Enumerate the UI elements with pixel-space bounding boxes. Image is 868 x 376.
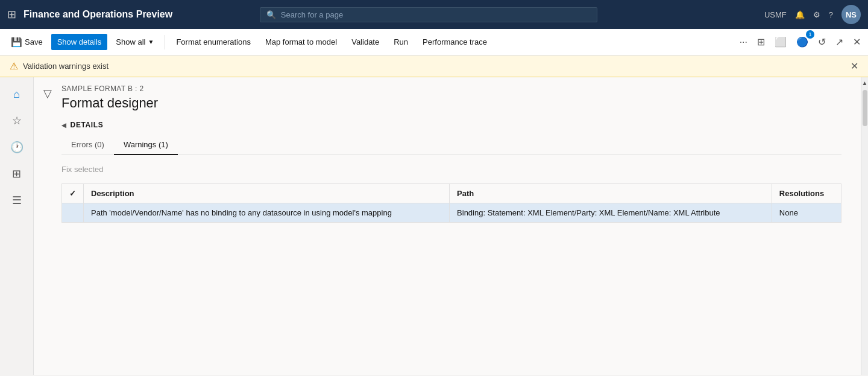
content-main: SAMPLE FORMAT B : 2 Format designer ◀ DE…: [52, 84, 851, 232]
warning-icon: ⚠: [10, 60, 18, 72]
row-check: [62, 203, 84, 223]
map-format-to-model-button[interactable]: Map format to model: [259, 34, 343, 50]
performance-trace-button[interactable]: Performance trace: [417, 34, 493, 50]
map-format-to-model-label: Map format to model: [265, 37, 337, 46]
row-description: Path 'model/Vendor/Name' has no binding …: [84, 203, 450, 223]
tabs-container: Errors (0) Warnings (1): [61, 135, 841, 155]
show-all-button[interactable]: Show all ▼: [110, 34, 160, 50]
avatar[interactable]: NS: [841, 5, 861, 24]
open-icon[interactable]: ↗: [833, 34, 846, 50]
details-header[interactable]: ◀ DETAILS: [61, 121, 841, 129]
show-details-label: Show details: [57, 37, 102, 46]
collapse-icon[interactable]: ⬜: [772, 34, 789, 50]
tab-errors[interactable]: Errors (0): [61, 135, 114, 155]
toolbar-separator-1: [165, 35, 165, 49]
details-label: DETAILS: [71, 121, 104, 129]
grid-icon[interactable]: ⊞: [7, 8, 16, 21]
sidebar-favorites-icon[interactable]: ☆: [5, 109, 29, 133]
layout-icon[interactable]: ⊞: [755, 34, 767, 50]
scrollbar-thumb[interactable]: [863, 90, 867, 126]
col-resolutions: Resolutions: [772, 184, 841, 203]
save-icon: 💾: [11, 37, 22, 48]
format-enumerations-label: Format enumerations: [176, 37, 251, 46]
toolbar-right-icons: ··· ⊞ ⬜ 🔵 1 ↺ ↗ ✕: [737, 34, 863, 50]
page-title: Format designer: [61, 95, 841, 111]
row-path: Binding: Statement: XML Element/Party: X…: [450, 203, 772, 223]
row-resolutions: None: [772, 203, 841, 223]
main-layout: ⌂ ☆ 🕐 ⊞ ☰ ▽ SAMPLE FORMAT B : 2 Format d…: [0, 77, 868, 375]
badge-icon[interactable]: 🔵 1: [794, 34, 811, 50]
fix-selected-button: Fix selected: [61, 162, 103, 176]
table-row[interactable]: Path 'model/Vendor/Name' has no binding …: [62, 203, 841, 223]
scroll-up-arrow[interactable]: ▲: [861, 78, 868, 88]
warning-close-button[interactable]: ✕: [851, 60, 858, 72]
validate-button[interactable]: Validate: [345, 34, 385, 50]
topbar-right: USMF 🔔 ⚙ ? NS: [764, 5, 861, 24]
filter-icon[interactable]: ▽: [43, 87, 52, 100]
warning-text: Validation warnings exist: [23, 62, 108, 71]
search-input[interactable]: [281, 10, 591, 19]
sidebar-recent-icon[interactable]: 🕐: [5, 135, 29, 159]
warnings-table: ✓ Description Path Resolutions Path 'mod…: [61, 183, 841, 223]
left-sidebar: ⌂ ☆ 🕐 ⊞ ☰: [0, 77, 34, 375]
more-icon[interactable]: ···: [737, 34, 750, 50]
format-enumerations-button[interactable]: Format enumerations: [170, 34, 257, 50]
details-section: ◀ DETAILS Errors (0) Warnings (1) Fix se…: [61, 121, 841, 223]
tab-warnings[interactable]: Warnings (1): [114, 135, 178, 155]
sidebar-home-icon[interactable]: ⌂: [5, 82, 29, 106]
show-all-label: Show all: [116, 37, 145, 46]
chevron-down-icon: ▼: [148, 39, 154, 45]
settings-icon[interactable]: ⚙: [813, 10, 820, 19]
content-top-row: ▽ SAMPLE FORMAT B : 2 Format designer ◀ …: [34, 77, 861, 232]
toolbar: 💾 Save Show details Show all ▼ Format en…: [0, 29, 868, 56]
refresh-icon[interactable]: ↺: [816, 34, 828, 50]
col-path: Path: [450, 184, 772, 203]
col-description: Description: [84, 184, 450, 203]
save-button[interactable]: 💾 Save: [5, 33, 49, 51]
show-details-button[interactable]: Show details: [51, 34, 108, 50]
check-icon: ✓: [69, 189, 76, 198]
notification-icon[interactable]: 🔔: [795, 10, 805, 19]
validate-label: Validate: [351, 37, 379, 46]
collapse-arrow-icon: ◀: [61, 122, 67, 129]
content-area: ▽ SAMPLE FORMAT B : 2 Format designer ◀ …: [34, 77, 861, 375]
col-check: ✓: [62, 184, 84, 203]
sidebar-list-icon[interactable]: ☰: [5, 188, 29, 212]
performance-trace-label: Performance trace: [423, 37, 487, 46]
badge-count: 1: [806, 30, 814, 39]
topbar: ⊞ Finance and Operations Preview 🔍 USMF …: [0, 0, 868, 29]
warning-banner: ⚠ Validation warnings exist ✕: [0, 56, 868, 77]
close-icon[interactable]: ✕: [851, 34, 863, 50]
run-label: Run: [394, 37, 408, 46]
search-bar[interactable]: 🔍: [260, 7, 597, 22]
run-button[interactable]: Run: [388, 34, 414, 50]
scrollbar-track[interactable]: ▲: [861, 77, 868, 375]
user-code-label: USMF: [764, 10, 787, 19]
app-title: Finance and Operations Preview: [24, 9, 172, 20]
help-icon[interactable]: ?: [829, 10, 833, 19]
save-label: Save: [25, 37, 43, 46]
search-icon: 🔍: [266, 10, 276, 19]
sidebar-workspaces-icon[interactable]: ⊞: [5, 162, 29, 186]
breadcrumb: SAMPLE FORMAT B : 2: [61, 84, 841, 93]
